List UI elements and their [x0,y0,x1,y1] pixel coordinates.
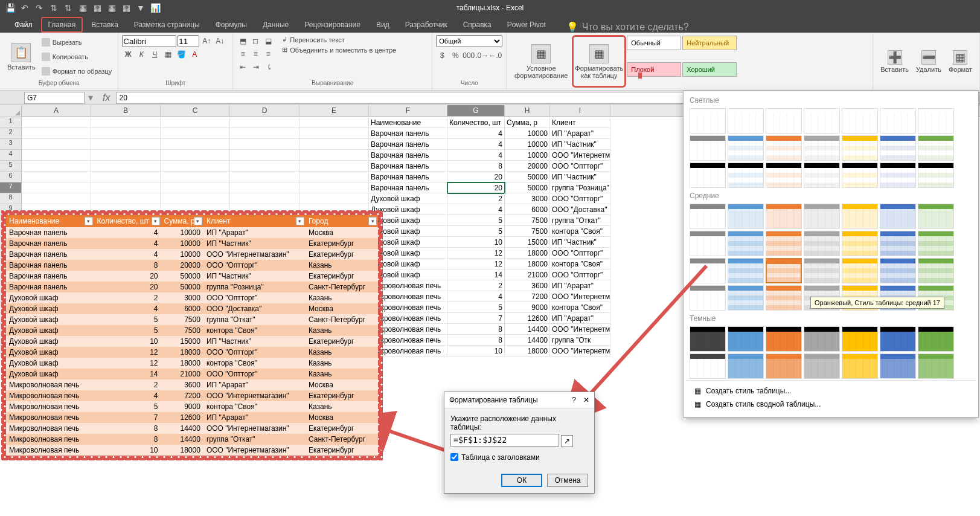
cell-H4[interactable]: 10000 [505,150,550,161]
table-style-item[interactable] [804,353,840,379]
cell-I15[interactable]: ООО "Оптторг" [550,269,610,280]
table-style-item[interactable] [766,285,802,311]
cell-D7[interactable] [230,182,299,193]
cell-I22[interactable]: ООО "Интернетма [550,346,610,356]
cell-G11[interactable]: 5 [447,226,505,237]
qat-icon-10[interactable]: ▼ [135,2,146,13]
table-style-item[interactable] [804,204,840,229]
range-input[interactable] [450,434,559,447]
cell-C5[interactable] [161,161,230,172]
table-style-item[interactable] [880,326,916,352]
cell-C2[interactable] [161,128,230,139]
table-style-item[interactable] [690,258,726,283]
cell-I13[interactable]: ООО "Оптторг" [550,248,610,259]
row-header-4[interactable]: 4 [0,150,22,161]
cell-D6[interactable] [230,172,299,182]
headers-checkbox-input[interactable] [450,453,458,461]
table-style-item[interactable] [766,353,802,379]
headers-checkbox[interactable]: Таблица с заголовками [450,453,588,462]
cell-I2[interactable]: ИП "Арарат" [550,128,610,139]
cell-F3[interactable]: Варочная панель [369,139,447,150]
cell-H6[interactable]: 50000 [505,172,550,182]
table-style-item[interactable] [880,108,916,134]
row-header-8[interactable]: 8 [0,193,22,204]
cell-G4[interactable]: 4 [447,150,505,161]
cell-G18[interactable]: 5 [447,302,505,313]
table-style-item[interactable] [918,108,954,134]
cell-I18[interactable]: контора "Своя" [550,302,610,313]
table-style-item[interactable] [690,108,726,134]
cell-D1[interactable] [230,117,299,128]
cell-G13[interactable]: 12 [447,248,505,259]
cancel-button[interactable]: Отмена [547,474,588,487]
tab-справка[interactable]: Справка [456,17,499,33]
select-all-corner[interactable] [0,105,22,117]
cell-I10[interactable]: группа "Откат" [550,215,610,226]
filter-icon[interactable]: ▾ [152,217,160,225]
cell-H2[interactable]: 10000 [505,128,550,139]
cell-I8[interactable]: ООО "Оптторг" [550,193,610,204]
cell-A2[interactable] [22,128,91,139]
filter-icon[interactable]: ▾ [296,217,304,225]
col-header-G[interactable]: G [447,105,505,116]
cell-I17[interactable]: ООО "Интернетма [550,291,610,302]
cell-G21[interactable]: 8 [447,335,505,346]
table-style-item[interactable] [690,326,726,352]
cell-G22[interactable]: 10 [447,346,505,356]
range-selector-icon[interactable]: ↗ [561,435,573,447]
table-style-item[interactable] [804,258,840,283]
new-pivot-style-button[interactable]: ▦Создать стиль сводной таблицы... [690,398,972,411]
cell-G5[interactable]: 8 [447,161,505,172]
cell-H22[interactable]: 18000 [505,346,550,356]
tab-главная[interactable]: Главная [41,17,83,33]
cell-H7[interactable]: 50000 [505,182,550,193]
table-style-item[interactable] [728,135,764,161]
help-icon[interactable]: ? [572,396,576,404]
table-style-item[interactable] [804,135,840,161]
table-style-item[interactable] [880,135,916,161]
qat-icon-5[interactable]: ⇅ [63,2,74,13]
cell-B4[interactable] [91,150,161,161]
cell-B8[interactable] [91,193,161,204]
cell-C6[interactable] [161,172,230,182]
cell-I21[interactable]: группа "Отк [550,335,610,346]
cell-style-normal[interactable]: Обычный [627,36,681,50]
table-style-item[interactable] [766,163,802,188]
result-header[interactable]: Наименование▾ [6,215,94,227]
cell-C4[interactable] [161,150,230,161]
table-style-item[interactable] [728,285,764,311]
col-header-F[interactable]: F [369,105,447,116]
cell-F2[interactable]: Варочная панель [369,128,447,139]
cell-D3[interactable] [230,139,299,150]
tab-file[interactable]: Файл [7,17,40,33]
cell-I5[interactable]: ООО "Оптторг" [550,161,610,172]
ok-button[interactable]: ОК [501,474,542,487]
table-style-item[interactable] [690,204,726,229]
table-style-item[interactable] [728,204,764,229]
delete-cells-button[interactable]: ➖Удалить [912,35,945,88]
merge-center-button[interactable]: ⊞Объединить и поместить в центре [280,45,398,54]
underline-button[interactable]: Ч [149,48,161,60]
table-style-item[interactable] [690,163,726,188]
decrease-indent-icon[interactable]: ⇤ [237,61,249,73]
cell-G1[interactable]: Количество, шт [447,117,505,128]
cell-H8[interactable]: 3000 [505,193,550,204]
result-header[interactable]: Город▾ [306,215,378,227]
cell-D8[interactable] [230,193,299,204]
result-header[interactable]: Клиент▾ [203,215,306,227]
cell-F8[interactable]: Духовой шкаф [369,193,447,204]
cell-style-neutral[interactable]: Нейтральный [682,36,737,50]
tab-вставка[interactable]: Вставка [84,17,126,33]
qat-icon-8[interactable]: ▦ [106,2,117,13]
table-style-item[interactable] [766,108,802,134]
chart-icon[interactable]: 📊 [150,2,161,13]
tab-разметка страницы[interactable]: Разметка страницы [127,17,207,33]
number-format-select[interactable]: Общий [436,35,502,47]
cell-G7[interactable]: 20 [447,182,505,193]
cell-A8[interactable] [22,193,91,204]
cell-H20[interactable]: 14400 [505,324,550,335]
align-left-icon[interactable]: ≡ [237,48,249,60]
cell-D2[interactable] [230,128,299,139]
table-style-item[interactable] [880,258,916,283]
cell-I19[interactable]: ИП "Арарат" [550,313,610,324]
